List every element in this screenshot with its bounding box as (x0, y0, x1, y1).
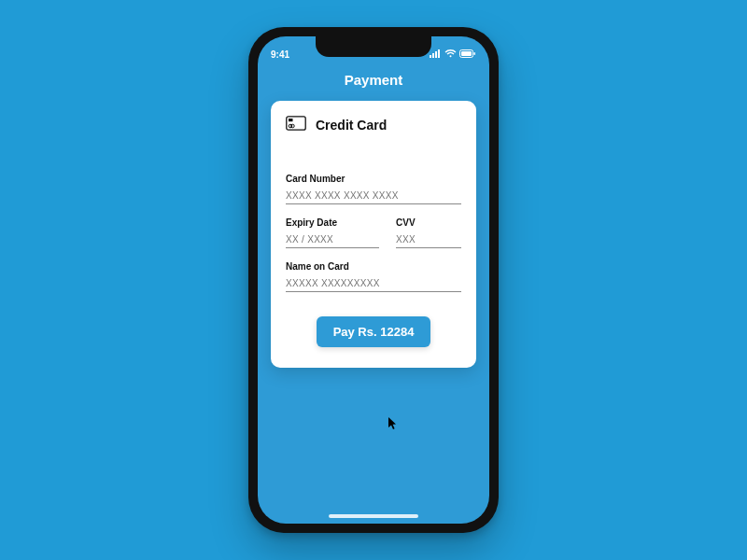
svg-rect-8 (287, 117, 305, 130)
battery-icon (459, 49, 476, 60)
card-header: Credit Card (286, 116, 461, 134)
card-title: Credit Card (316, 118, 387, 133)
name-input[interactable] (286, 276, 461, 292)
name-field: Name on Card (286, 261, 461, 292)
cursor-icon (388, 417, 398, 434)
cvv-input[interactable] (396, 232, 461, 248)
signal-icon (430, 49, 442, 60)
svg-rect-6 (461, 51, 472, 56)
page-title: Payment (258, 64, 489, 101)
credit-card-icon (286, 116, 306, 134)
notch (316, 36, 431, 57)
card-number-label: Card Number (286, 174, 461, 184)
screen: 9:41 Payment (258, 36, 489, 524)
card-number-field: Card Number (286, 174, 461, 204)
svg-rect-0 (430, 55, 431, 58)
expiry-field: Expiry Date (286, 217, 379, 248)
cvv-field: CVV (396, 217, 461, 248)
wifi-icon (444, 49, 457, 60)
phone-frame: 9:41 Payment (248, 27, 499, 533)
svg-point-4 (450, 55, 452, 57)
card-number-input[interactable] (286, 189, 461, 204)
svg-rect-3 (438, 49, 440, 58)
svg-point-11 (291, 124, 295, 128)
name-label: Name on Card (286, 261, 461, 272)
expiry-input[interactable] (286, 232, 379, 248)
expiry-label: Expiry Date (286, 217, 379, 228)
svg-rect-9 (289, 119, 293, 121)
home-indicator[interactable] (329, 514, 418, 518)
svg-rect-1 (432, 53, 434, 58)
payment-card: Credit Card Card Number Expiry Date CVV … (271, 101, 476, 368)
pay-button[interactable]: Pay Rs. 12284 (317, 316, 431, 347)
svg-rect-2 (435, 51, 437, 58)
svg-rect-7 (474, 52, 476, 55)
status-indicators (430, 49, 476, 60)
cvv-label: CVV (396, 217, 461, 228)
status-time: 9:41 (271, 49, 289, 60)
